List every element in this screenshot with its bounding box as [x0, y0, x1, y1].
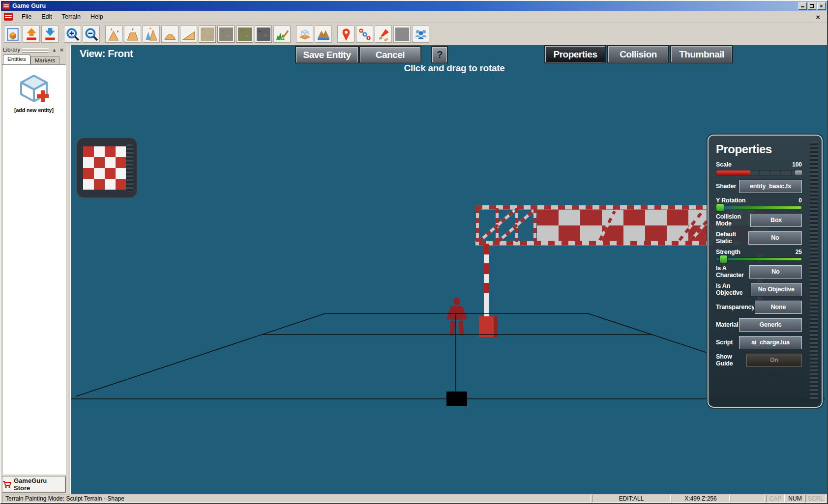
is-an-objective-button[interactable]: No Objective: [751, 283, 802, 296]
library-content: [add new entity]: [2, 64, 66, 475]
strength-slider[interactable]: [716, 257, 802, 261]
close-button[interactable]: ×: [817, 2, 826, 10]
checker-cell: [83, 179, 94, 190]
tab-thumbnail[interactable]: Thumbnail: [671, 46, 732, 62]
script-label: Script: [716, 339, 733, 346]
checker-cell: [105, 157, 116, 168]
lower-terrain-icon: [126, 28, 140, 41]
panel-splitter[interactable]: [67, 45, 71, 494]
test-game-icon: [377, 28, 390, 41]
status-edit: EDIT:ALL: [592, 495, 671, 503]
script-button[interactable]: ai_charge.lua: [739, 336, 802, 349]
is-a-character-label: Is A Character: [716, 265, 749, 279]
transparency-label: Transparency: [716, 304, 755, 310]
default-static-button[interactable]: No: [748, 231, 802, 245]
origin-marker: [446, 392, 467, 406]
smooth-terrain-button[interactable]: [161, 26, 178, 43]
minimize-icon: [801, 4, 804, 7]
view-close-button[interactable]: ×: [811, 13, 825, 21]
add-new-entity-item[interactable]: [add new entity]: [14, 72, 54, 113]
help-button[interactable]: ?: [432, 47, 447, 62]
material-button[interactable]: Generic: [739, 318, 802, 332]
zoom-in-button[interactable]: [64, 26, 81, 43]
entity-mode-icon: [298, 28, 312, 41]
test-game-button[interactable]: [375, 26, 392, 43]
menu-file[interactable]: File: [17, 12, 36, 22]
slider-handle[interactable]: [719, 255, 728, 263]
strength-label: Strength: [716, 249, 740, 255]
terrain-mode-button[interactable]: [315, 26, 332, 43]
texture-rock-button[interactable]: [255, 26, 272, 43]
entity-texture-thumbnail[interactable]: [76, 137, 138, 198]
restore-icon: [810, 4, 814, 8]
marker-mode-icon: [339, 28, 353, 41]
texture-stone-button[interactable]: [217, 26, 235, 43]
status-blank: [731, 495, 765, 503]
multiplayer-button[interactable]: [412, 26, 429, 43]
app-window: Game Guru × File Edit Terrain Help × Lib…: [0, 0, 828, 504]
status-capslock: CAP: [766, 495, 785, 503]
transparency-button[interactable]: None: [755, 301, 802, 314]
menu-help[interactable]: Help: [86, 12, 108, 22]
app-logo-icon: [2, 2, 10, 9]
restore-button[interactable]: [808, 2, 816, 10]
tab-entities[interactable]: Entities: [3, 55, 30, 64]
blank-slot-button[interactable]: [393, 26, 411, 43]
waypoint-mode-button[interactable]: [356, 26, 373, 43]
texture-sand-button[interactable]: [199, 26, 216, 43]
slider-handle[interactable]: [795, 170, 802, 175]
entity-mode-button[interactable]: [296, 26, 313, 43]
library-grip: [22, 48, 48, 51]
zoom-out-button[interactable]: [83, 26, 100, 43]
import-model-button[interactable]: [41, 26, 59, 43]
blend-terrain-button[interactable]: [143, 26, 160, 43]
lower-terrain-button[interactable]: [124, 26, 141, 43]
checker-cell: [83, 146, 94, 157]
menu-edit[interactable]: Edit: [36, 12, 57, 22]
add-entity-label: [add new entity]: [14, 107, 54, 113]
minimize-button[interactable]: [798, 2, 807, 10]
checker-cell: [94, 168, 105, 179]
shader-label: Shader: [716, 183, 736, 190]
checker-cell: [83, 168, 94, 179]
export-model-button[interactable]: [23, 26, 40, 43]
library-collapse-icon[interactable]: ▲: [51, 47, 59, 53]
tab-collision[interactable]: Collision: [608, 46, 668, 62]
tab-properties[interactable]: Properties: [545, 46, 605, 62]
checker-cell: [94, 157, 105, 168]
collision-mode-button[interactable]: Box: [750, 214, 802, 227]
show-guide-button[interactable]: On: [746, 354, 802, 367]
status-numlock: NUM: [786, 495, 804, 503]
multiplayer-icon: [414, 28, 428, 41]
barrier-pole: [484, 244, 489, 317]
toolbar: [1, 23, 827, 45]
ramp-terrain-button[interactable]: [180, 26, 197, 43]
slider-handle[interactable]: [716, 203, 724, 212]
checker-cell: [94, 146, 105, 157]
checker-cell: [116, 157, 126, 168]
new-entity-button[interactable]: [4, 26, 21, 43]
gameguru-store-button[interactable]: GameGuru Store: [2, 476, 65, 492]
is-a-character-button[interactable]: No: [749, 265, 802, 279]
export-model-icon: [25, 28, 38, 41]
paint-grass-button[interactable]: [273, 26, 291, 43]
scale-slider[interactable]: [716, 170, 802, 175]
raise-terrain-button[interactable]: [105, 26, 122, 43]
save-entity-button[interactable]: Save Entity: [296, 47, 358, 62]
tab-markers[interactable]: Markers: [30, 56, 60, 64]
rotate-hint: Click and drag to rotate: [371, 63, 538, 74]
y-rotation-slider[interactable]: [716, 206, 802, 209]
texture-moss-button[interactable]: [236, 26, 253, 43]
marker-mode-button[interactable]: [337, 26, 355, 43]
slider-fill: [716, 170, 750, 175]
library-close-icon[interactable]: ×: [58, 46, 65, 54]
show-guide-label: Show Guide: [716, 353, 746, 367]
new-entity-icon: [6, 28, 20, 41]
menu-terrain[interactable]: Terrain: [57, 12, 86, 22]
shader-button[interactable]: entity_basic.fx: [739, 180, 802, 193]
store-button-label: GameGuru Store: [14, 477, 65, 492]
texture-moss-icon: [238, 28, 252, 41]
material-label: Material: [716, 321, 739, 328]
cancel-button[interactable]: Cancel: [360, 47, 420, 62]
checker-cell: [116, 179, 126, 190]
